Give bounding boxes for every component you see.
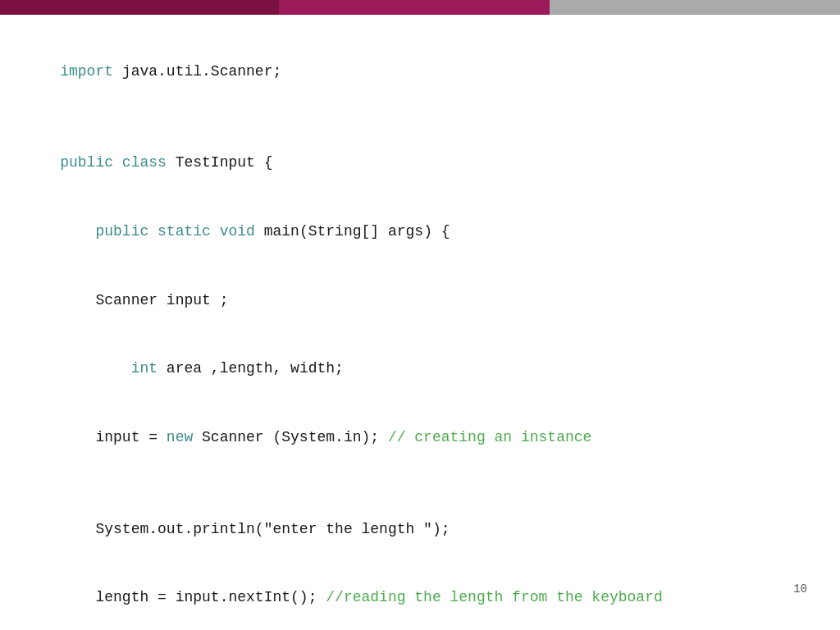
code-line-scanner: Scanner input ; [25,267,815,336]
top-bar-segment1 [0,0,279,15]
code-line-new-scanner: input = new Scanner (System.in); // crea… [25,404,815,472]
code-line-read-length: length = input.nextInt(); //reading the … [25,564,815,630]
top-bar-segment2 [279,0,550,15]
code-line-class: public class TestInput { [25,130,815,199]
code-line-blank1 [25,107,815,130]
code-line-println-length-prompt: System.out.println("enter the length "); [25,495,815,564]
top-bar [0,0,840,15]
code-line-import: import java.util.Scanner; [25,38,815,107]
code-line-int: int area ,length, width; [25,336,815,404]
code-line-blank2 [25,472,815,495]
top-bar-segment3 [550,0,840,15]
page-number: 10 [793,582,807,596]
code-line-main: public static void main(String[] args) { [25,198,815,267]
code-container: import java.util.Scanner; public class T… [0,15,840,630]
